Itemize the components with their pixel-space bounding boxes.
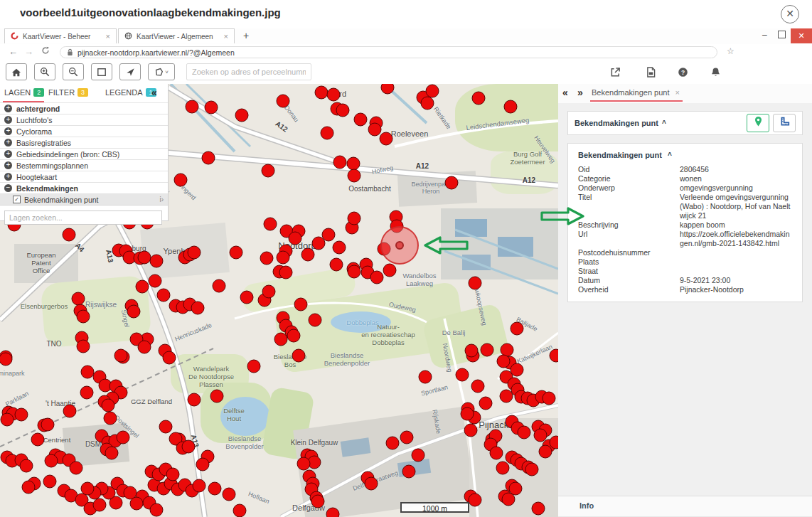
tab-legenda[interactable]: LEGENDA 1 (105, 88, 156, 97)
announcement-dot[interactable] (43, 475, 57, 489)
announcement-dot[interactable] (105, 447, 119, 460)
announcement-dot[interactable] (400, 431, 414, 444)
announcement-dot[interactable] (511, 322, 524, 336)
help-icon[interactable]: ? (675, 65, 690, 79)
announcement-dot[interactable] (127, 305, 141, 319)
announcement-dot[interactable] (77, 310, 90, 324)
announcement-dot[interactable] (230, 246, 243, 260)
announcement-dot[interactable] (193, 479, 206, 493)
announcement-dot[interactable] (479, 397, 493, 410)
announcement-dot[interactable] (464, 424, 478, 437)
sidebar-collapse-icon[interactable]: « (151, 87, 157, 98)
announcement-dot[interactable] (297, 457, 311, 471)
layer-row[interactable]: +Cyclorama (0, 126, 168, 137)
announcement-dot[interactable] (182, 440, 196, 454)
attributes-subsection-header[interactable]: Bekendmakingen punt ^ (577, 148, 794, 165)
announcement-dot[interactable] (188, 393, 201, 407)
announcement-dot[interactable] (191, 302, 205, 315)
expand-tree-icon[interactable]: + (4, 173, 12, 181)
expand-tree-icon[interactable]: + (4, 150, 12, 158)
announcement-dot[interactable] (262, 164, 275, 178)
announcement-dot[interactable] (497, 355, 511, 368)
announcement-dot[interactable] (471, 380, 485, 393)
announcement-dot[interactable] (208, 482, 222, 496)
panel-collapse-icon[interactable]: « (562, 87, 568, 98)
announcement-dot[interactable] (327, 88, 341, 102)
announcement-dot[interactable] (138, 341, 151, 354)
announcement-dot[interactable] (264, 218, 277, 231)
announcement-dot[interactable] (354, 113, 368, 127)
announcement-dot[interactable] (365, 477, 378, 491)
announcement-dot[interactable] (72, 292, 85, 306)
announcement-dot[interactable] (312, 237, 326, 250)
announcement-dot[interactable] (63, 228, 76, 242)
announcement-dot[interactable] (380, 132, 393, 146)
announcement-dot[interactable] (309, 314, 322, 327)
announcement-dot[interactable] (213, 279, 226, 293)
announcement-dot[interactable] (465, 344, 479, 358)
announcement-dot[interactable] (41, 418, 55, 432)
announcement-dot[interactable] (202, 151, 215, 165)
announcement-dot[interactable] (159, 420, 173, 434)
announcement-dot[interactable] (289, 232, 302, 245)
collapse-tree-icon[interactable]: − (4, 184, 12, 192)
announcement-dot[interactable] (114, 349, 128, 363)
announcement-dot[interactable] (421, 97, 434, 110)
layer-options-icon[interactable]: i› (159, 196, 164, 203)
refresh-icon[interactable] (41, 46, 50, 57)
announcement-dot[interactable] (186, 100, 199, 114)
panel-expand-icon[interactable]: » (577, 87, 583, 98)
announcement-dot[interactable] (481, 343, 494, 357)
announcement-dot[interactable] (550, 436, 559, 449)
announcement-dot[interactable] (157, 289, 171, 302)
announcement-dot[interactable] (348, 265, 361, 279)
tab-filter[interactable]: FILTER 3 (48, 88, 88, 97)
announcement-dot[interactable] (326, 508, 340, 517)
announcement-dot[interactable] (63, 405, 77, 418)
announcement-dot[interactable] (461, 407, 474, 421)
announcement-dot[interactable] (274, 333, 288, 346)
announcement-dot[interactable] (188, 246, 201, 260)
browser-tab-algemeen[interactable]: KaartViewer - Algemeen × (118, 28, 235, 43)
announcement-dot[interactable] (490, 447, 503, 460)
share-icon[interactable] (608, 65, 622, 79)
select-polygon-button[interactable]: ˅ (148, 63, 175, 80)
zoom-out-button[interactable] (63, 63, 84, 80)
home-button[interactable] (6, 63, 27, 80)
announcement-dot[interactable] (196, 458, 210, 471)
announcement-dot[interactable] (247, 360, 261, 373)
announcement-dot[interactable] (138, 251, 151, 265)
announcement-dot[interactable] (117, 431, 130, 444)
bookmark-star-icon[interactable]: ☆ (727, 46, 734, 56)
announcement-dot[interactable] (235, 109, 249, 122)
announcement-dot[interactable] (550, 349, 559, 363)
url-field[interactable]: pijnacker-nootdorp.kaartviewer.nl/?@Alge… (60, 46, 717, 58)
announcement-dot[interactable] (277, 95, 290, 108)
announcement-dot[interactable] (330, 258, 343, 272)
announcement-dot[interactable] (93, 499, 107, 512)
announcement-dot[interactable] (102, 399, 115, 412)
layer-row[interactable]: +Bestemmingsplannen (0, 160, 168, 171)
tab-close-icon[interactable]: × (224, 32, 228, 41)
zoom-in-button[interactable] (34, 63, 55, 80)
announcement-dot[interactable] (150, 255, 164, 268)
window-minimize-button[interactable]: – (762, 30, 767, 40)
announcement-dot[interactable] (81, 482, 95, 496)
announcement-dot[interactable] (469, 277, 482, 290)
window-close-button[interactable]: ✕ (791, 28, 812, 43)
announcement-dot[interactable] (45, 454, 58, 468)
announcement-dot[interactable] (518, 426, 531, 439)
announcement-dot[interactable] (149, 275, 162, 288)
layer-row[interactable]: +Hoogtekaart (0, 171, 168, 183)
announcement-dot[interactable] (20, 459, 33, 473)
announcement-dot[interactable] (532, 502, 545, 516)
checkbox-checked-icon[interactable]: ✓ (13, 196, 21, 203)
announcement-dot[interactable] (174, 174, 188, 187)
new-tab-button[interactable]: + (243, 30, 249, 41)
forward-icon[interactable]: → (24, 46, 33, 57)
announcement-dot[interactable] (279, 266, 293, 279)
panel-tab-bekendmakingen-punt[interactable]: Bekendmakingen punt × (592, 88, 680, 97)
announcement-dot[interactable] (77, 340, 90, 353)
announcement-dot[interactable] (426, 85, 439, 98)
announcement-dot[interactable] (315, 86, 328, 100)
